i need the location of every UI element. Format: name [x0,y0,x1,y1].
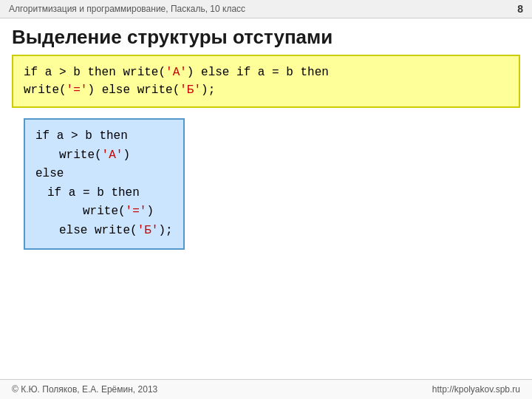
page-title: Выделение структуры отступами [0,18,532,55]
footer-copyright: © К.Ю. Поляков, Е.А. Ерёмин, 2013 [12,384,157,395]
code-line-2: write('=') else write('Б'); [24,83,215,97]
code-line-1: if a > b then write('A') else if a = b t… [24,66,329,79]
code-block-structured-container: if a > b then write('A') else if a = b t… [12,118,520,260]
header-bar: Алгоритмизация и программирование, Паска… [0,0,532,18]
header-page: 8 [517,3,523,15]
footer-url: http://kpolyakov.spb.ru [432,384,520,395]
header-subtitle: Алгоритмизация и программирование, Паска… [9,4,245,14]
code-line-s5: write('=') [35,202,173,222]
code-line-s2: write('A') [35,146,173,166]
footer: © К.Ю. Поляков, Е.А. Ерёмин, 2013 http:/… [0,379,532,399]
code-block-inline: if a > b then write('A') else if a = b t… [12,55,520,108]
code-line-s6: else write('Б'); [35,222,173,241]
code-block-structured: if a > b then write('A') else if a = b t… [24,118,185,250]
code-line-s3: else [35,165,173,184]
code-line-s1: if a > b then [35,127,173,146]
code-line-s4: if a = b then [35,184,173,203]
